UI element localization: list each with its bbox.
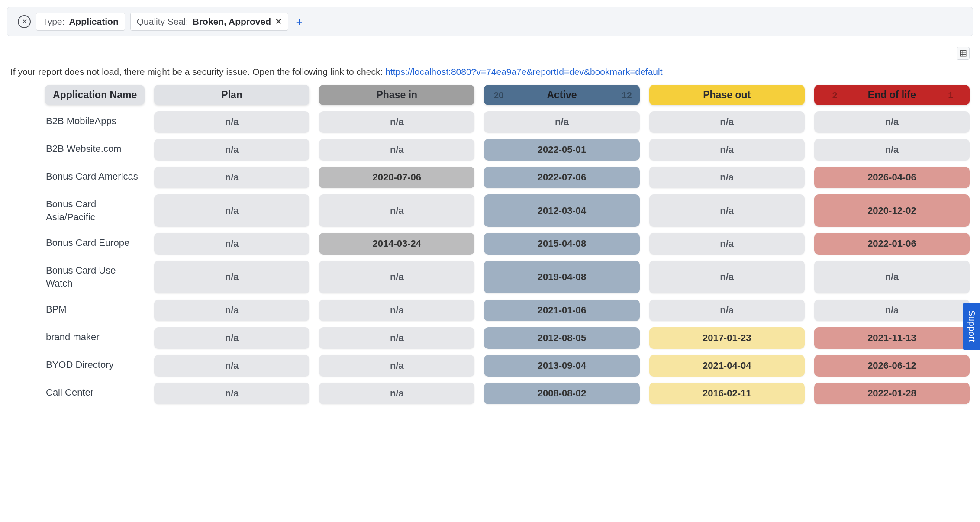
cell-eol[interactable]: n/a: [814, 139, 970, 161]
cell-phase_out[interactable]: n/a: [649, 167, 805, 188]
cell-plan[interactable]: n/a: [154, 139, 309, 161]
report-table: Application NamePlanPhase in20Active12Ph…: [0, 85, 980, 415]
diagnostic-link[interactable]: https://localhost:8080?v=74ea9a7e&report…: [385, 67, 662, 77]
cell-eol[interactable]: n/a: [814, 111, 970, 133]
clear-filters-button[interactable]: ✕: [18, 15, 31, 28]
col-header-phase-out[interactable]: Phase out: [649, 85, 805, 105]
cell-eol[interactable]: 2022-01-06: [814, 233, 970, 255]
table-view-button[interactable]: [957, 47, 970, 60]
cell-active[interactable]: 2012-03-04: [484, 194, 639, 227]
app-name-cell[interactable]: Call Center: [45, 383, 145, 404]
cell-eol[interactable]: 2026-04-06: [814, 167, 970, 188]
cell-active[interactable]: 2015-04-08: [484, 233, 639, 255]
cell-phase_in[interactable]: 2020-07-06: [319, 167, 474, 188]
col-header-eol[interactable]: 2End of life1: [814, 85, 970, 105]
filter-chip-quality-seal[interactable]: Quality Seal: Broken, Approved ✕: [130, 13, 288, 31]
remove-quality-filter-button[interactable]: ✕: [275, 17, 282, 26]
cell-phase_in[interactable]: n/a: [319, 383, 474, 404]
cell-phase_out[interactable]: n/a: [649, 194, 805, 227]
cell-phase_in[interactable]: n/a: [319, 139, 474, 161]
cell-plan[interactable]: n/a: [154, 233, 309, 255]
cell-active[interactable]: 2012-08-05: [484, 327, 639, 349]
app-name-cell[interactable]: B2B MobileApps: [45, 111, 145, 133]
cell-phase_in[interactable]: n/a: [319, 300, 474, 321]
cell-eol[interactable]: 2022-01-28: [814, 383, 970, 404]
cell-phase_out[interactable]: 2017-01-23: [649, 327, 805, 349]
cell-phase_out[interactable]: n/a: [649, 139, 805, 161]
cell-plan[interactable]: n/a: [154, 194, 309, 227]
cell-active[interactable]: 2013-09-04: [484, 355, 639, 377]
cell-phase_in[interactable]: n/a: [319, 355, 474, 377]
col-header-active[interactable]: 20Active12: [484, 85, 639, 105]
cell-plan[interactable]: n/a: [154, 167, 309, 188]
cell-phase_in[interactable]: n/a: [319, 261, 474, 293]
cell-phase_out[interactable]: n/a: [649, 261, 805, 293]
cell-eol[interactable]: 2020-12-02: [814, 194, 970, 227]
svg-rect-0: [960, 50, 966, 56]
close-icon: ✕: [22, 18, 27, 25]
view-toggle-row: [0, 43, 980, 61]
app-name-cell[interactable]: Bonus Card Americas: [45, 167, 145, 188]
app-name-cell[interactable]: BPM: [45, 300, 145, 321]
cell-active[interactable]: n/a: [484, 111, 639, 133]
app-name-cell[interactable]: BYOD Directory: [45, 355, 145, 377]
col-header-name[interactable]: Application Name: [45, 85, 145, 105]
ghost-text: 12: [622, 90, 632, 100]
filter-quality-value: Broken, Approved: [193, 16, 271, 27]
filter-type-value: Application: [69, 16, 118, 27]
cell-plan[interactable]: n/a: [154, 327, 309, 349]
cell-eol[interactable]: n/a: [814, 300, 970, 321]
cell-active[interactable]: 2021-01-06: [484, 300, 639, 321]
col-header-plan[interactable]: Plan: [154, 85, 309, 105]
cell-plan[interactable]: n/a: [154, 111, 309, 133]
cell-active[interactable]: 2022-05-01: [484, 139, 639, 161]
col-header-phase-in[interactable]: Phase in: [319, 85, 474, 105]
cell-active[interactable]: 2019-04-08: [484, 261, 639, 293]
cell-phase_out[interactable]: 2016-02-11: [649, 383, 805, 404]
add-filter-button[interactable]: +: [293, 16, 305, 27]
filter-type-label: Type:: [42, 16, 64, 27]
cell-eol[interactable]: 2026-06-12: [814, 355, 970, 377]
cell-active[interactable]: 2008-08-02: [484, 383, 639, 404]
filter-chip-type[interactable]: Type: Application: [36, 13, 125, 31]
cell-phase_in[interactable]: n/a: [319, 194, 474, 227]
app-name-cell[interactable]: Bonus Card Europe: [45, 233, 145, 255]
cell-phase_in[interactable]: n/a: [319, 111, 474, 133]
cell-phase_out[interactable]: n/a: [649, 233, 805, 255]
cell-active[interactable]: 2022-07-06: [484, 167, 639, 188]
filter-bar: ✕ Type: Application Quality Seal: Broken…: [7, 7, 973, 36]
app-name-cell[interactable]: brand maker: [45, 327, 145, 349]
filter-quality-label: Quality Seal:: [137, 16, 188, 27]
cell-phase_out[interactable]: n/a: [649, 300, 805, 321]
cell-phase_in[interactable]: 2014-03-24: [319, 233, 474, 255]
app-name-cell[interactable]: Bonus Card Use Watch: [45, 261, 145, 293]
cell-plan[interactable]: n/a: [154, 300, 309, 321]
info-text: If your report does not load, there migh…: [10, 67, 385, 77]
app-name-cell[interactable]: B2B Website.com: [45, 139, 145, 161]
grid-icon: [959, 49, 967, 57]
cell-plan[interactable]: n/a: [154, 355, 309, 377]
support-tab[interactable]: Support: [963, 303, 980, 350]
ghost-text: 2: [832, 90, 838, 100]
cell-plan[interactable]: n/a: [154, 261, 309, 293]
cell-eol[interactable]: n/a: [814, 261, 970, 293]
cell-plan[interactable]: n/a: [154, 383, 309, 404]
app-name-cell[interactable]: Bonus Card Asia/Pacific: [45, 194, 145, 227]
cell-phase_out[interactable]: n/a: [649, 111, 805, 133]
cell-eol[interactable]: 2021-11-13: [814, 327, 970, 349]
info-message: If your report does not load, there migh…: [0, 61, 980, 85]
ghost-text: 20: [493, 90, 503, 100]
cell-phase_in[interactable]: n/a: [319, 327, 474, 349]
cell-phase_out[interactable]: 2021-04-04: [649, 355, 805, 377]
ghost-text: 1: [948, 90, 953, 100]
